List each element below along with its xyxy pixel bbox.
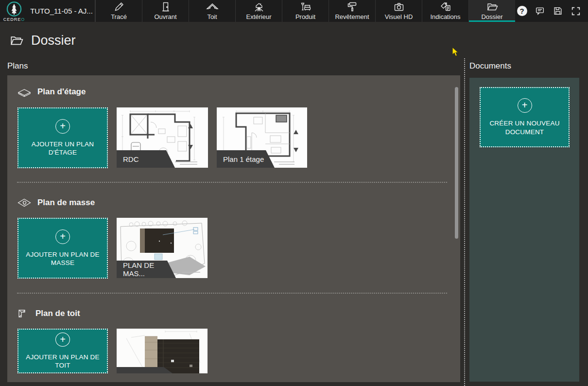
tab-dossier[interactable]: Dossier: [468, 0, 515, 22]
fullscreen-button[interactable]: [571, 6, 581, 17]
plans-header: Plans: [7, 61, 28, 71]
thumbnail-label: RDC: [117, 150, 175, 168]
roof-plan-icon: [17, 308, 30, 319]
section-plan-etage-header: Plan d'étage: [17, 86, 86, 98]
add-site-plan-button[interactable]: + AJOUTER UN PLAN DE MASSE: [17, 218, 108, 279]
comment-button[interactable]: [535, 6, 545, 17]
tab-label: Tracé: [111, 14, 127, 20]
add-roof-plan-button[interactable]: + AJOUTER UN PLAN DE TOIT: [17, 329, 108, 373]
section-separator: [17, 293, 447, 294]
save-button[interactable]: [553, 6, 563, 17]
project-name[interactable]: TUTO_11-05 - AJ...: [28, 0, 95, 22]
topbar-actions: ?: [515, 0, 588, 22]
cedreo-logo-text: CEDREO: [3, 18, 25, 22]
page-title: Dossier: [31, 33, 76, 48]
section-title: Plan de masse: [37, 198, 95, 208]
thumbnail-label: [117, 367, 173, 373]
help-button[interactable]: ?: [517, 6, 527, 17]
section-plan-toit-header: Plan de toit: [17, 308, 80, 319]
roof-icon: [206, 2, 219, 13]
create-document-button[interactable]: + CRÉER UN NOUVEAU DOCUMENT: [480, 87, 570, 147]
section-separator: [17, 182, 447, 183]
door-icon: [160, 2, 172, 13]
folder-icon: [486, 2, 499, 13]
plus-icon: +: [55, 229, 70, 244]
tab-produit[interactable]: Produit: [282, 0, 329, 22]
help-icon: ?: [517, 6, 527, 16]
site-plan-icon: [17, 197, 32, 209]
tab-indications[interactable]: Indications: [422, 0, 468, 22]
exterior-icon: [253, 2, 265, 13]
plans-panel: Plan d'étage + AJOUTER UN PLAN D'ÉTAGE: [7, 75, 460, 382]
plus-icon: +: [55, 333, 70, 347]
camera-icon: [393, 2, 405, 13]
site-plan-thumbnail[interactable]: PLAN DE MAS...: [117, 218, 208, 278]
tab-toit[interactable]: Toit: [189, 0, 235, 22]
plus-icon: +: [518, 98, 532, 113]
section-plan-masse-header: Plan de masse: [17, 197, 95, 209]
roof-plan-thumbnail[interactable]: [117, 329, 208, 373]
floor-plan-icon: [17, 86, 32, 98]
fullscreen-icon: [571, 6, 581, 17]
thumbnail-label: PLAN DE MAS...: [117, 261, 176, 278]
scrollbar-thumb[interactable]: [455, 87, 458, 239]
add-floor-plan-button[interactable]: + AJOUTER UN PLAN D'ÉTAGE: [17, 107, 108, 168]
paint-roller-icon: [346, 2, 358, 13]
tab-label: Toit: [207, 14, 217, 20]
documents-panel: + CRÉER UN NOUVEAU DOCUMENT: [469, 78, 579, 382]
tab-visuel-hd[interactable]: Visuel HD: [375, 0, 422, 22]
app-window: CEDREO TUTO_11-05 - AJ... Tracé Ouvrant: [0, 0, 588, 386]
cedreo-logo[interactable]: CEDREO: [0, 0, 28, 22]
comment-icon: [535, 5, 545, 17]
cedreo-logo-icon: [6, 1, 22, 19]
tags-icon: [439, 2, 452, 13]
tab-label: Visuel HD: [385, 14, 413, 20]
save-icon: [553, 5, 563, 17]
tab-label: Revêtement: [335, 14, 369, 20]
roof-plan-drawing: [117, 329, 208, 373]
tab-label: Produit: [295, 14, 315, 20]
tab-label: Indications: [430, 14, 460, 20]
tab-revetement[interactable]: Revêtement: [329, 0, 375, 22]
tab-label: Extérieur: [246, 14, 271, 20]
panel-divider: [464, 58, 465, 386]
floor-plan-thumbnail-rdc[interactable]: RDC: [117, 107, 208, 168]
tab-label: Dossier: [481, 14, 502, 20]
tab-label: Ouvrant: [154, 14, 176, 20]
pencil-icon: [113, 2, 125, 13]
tab-ouvrant[interactable]: Ouvrant: [142, 0, 189, 22]
thumbnail-label: Plan 1 étage: [217, 150, 275, 168]
section-title: Plan de toit: [35, 309, 80, 318]
tab-trace[interactable]: Tracé: [95, 0, 142, 22]
tab-exterieur[interactable]: Extérieur: [235, 0, 282, 22]
mouse-cursor: [452, 47, 459, 59]
furniture-icon: [299, 2, 312, 13]
top-bar: CEDREO TUTO_11-05 - AJ... Tracé Ouvrant: [0, 0, 588, 22]
section-title: Plan d'étage: [37, 87, 86, 97]
page-title-row: Dossier: [9, 33, 76, 48]
floor-plan-thumbnail-etage1[interactable]: Plan 1 étage: [217, 107, 307, 168]
folder-open-icon: [9, 34, 24, 47]
documents-header: Documents: [469, 61, 511, 71]
plus-icon: +: [55, 119, 70, 134]
